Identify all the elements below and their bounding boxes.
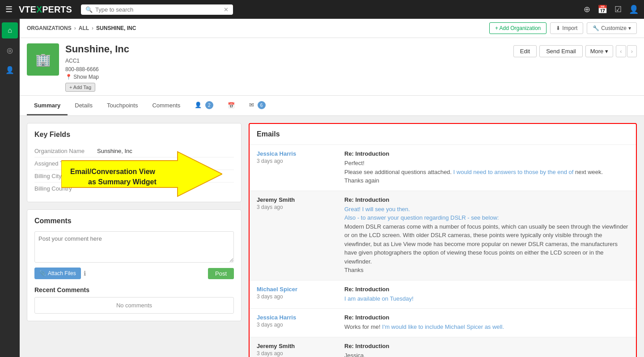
email-sender-col-1: Jessica Harris 3 days ago [257, 150, 337, 185]
main-content: ORGANIZATIONS › All › Sunshine, Inc + Ad… [20, 19, 644, 357]
email-preview-5: Jessica, My pleasure! How about Tuesday … [344, 351, 629, 357]
org-phone: 800-888-6666 [65, 65, 129, 74]
edit-button[interactable]: Edit [513, 45, 537, 57]
email-sender-2: Jeremy Smith [257, 196, 337, 203]
search-bar: 🔍 ✕ [81, 4, 233, 15]
search-input[interactable] [95, 6, 221, 13]
org-show-map[interactable]: 📍 Show Map [65, 74, 129, 80]
email-tab-icon: ✉ [249, 102, 254, 108]
email-sender-col-5: Jeremy Smith 3 days ago [257, 343, 337, 357]
paperclip-icon: 📎 [39, 270, 46, 276]
tab-details[interactable]: Details [68, 97, 100, 115]
breadcrumb-current: Sunshine, Inc [96, 25, 136, 31]
prev-arrow-button[interactable]: ‹ [616, 45, 626, 57]
more-button[interactable]: More ▾ [585, 45, 614, 57]
comments-textarea[interactable] [34, 231, 234, 263]
email-thread-2: Jeremy Smith 3 days ago Re: Introduction… [250, 191, 636, 280]
email-time-3: 3 days ago [257, 293, 337, 300]
annotation-arrow: Email/Conversation View as Summary Widge… [61, 149, 222, 199]
contacts-badge: 2 [205, 101, 213, 109]
email-thread-3-header: Michael Spicer 3 days ago Re: Introducti… [257, 286, 629, 303]
svg-text:Email/Conversation View: Email/Conversation View [70, 168, 156, 175]
email-sender-col-3: Michael Spicer 3 days ago [257, 286, 337, 303]
tab-calendar[interactable]: 📅 [220, 97, 242, 115]
email-badge: 6 [258, 101, 266, 109]
email-body-col-3: Re: Introduction I am available on Tuesd… [344, 286, 629, 303]
breadcrumb-level1[interactable]: All [79, 25, 89, 31]
emails-header: Emails [250, 124, 636, 145]
email-time-4: 3 days ago [257, 322, 337, 328]
nav-arrows: ‹ › [616, 45, 637, 57]
org-header-left: 🏢 Sunshine, Inc ACC1 800-888-6666 📍 Show… [27, 43, 129, 92]
calendar-tab-icon: 📅 [228, 102, 235, 109]
contacts-tab-icon: 👤 [195, 102, 202, 108]
email-preview-3: I am available on Tuesday! [344, 294, 629, 303]
email-preview-4: Works for me! I'm would like to include … [344, 323, 629, 332]
breadcrumb-sep1: › [74, 25, 76, 31]
email-thread-2-header: Jeremy Smith 3 days ago Re: Introduction… [257, 196, 629, 275]
content-area: Key Fields Email/Conversation View as Su… [20, 116, 644, 357]
menu-icon[interactable]: ☰ [5, 4, 13, 14]
key-fields-title: Key Fields [34, 131, 234, 139]
sidebar-home-icon[interactable]: ⌂ [2, 22, 18, 38]
email-body-col-5: Re: Introduction Jessica, My pleasure! H… [344, 343, 629, 357]
email-thread-1: Jessica Harris 3 days ago Re: Introducti… [250, 145, 636, 191]
email-subject-2: Re: Introduction [344, 196, 629, 203]
email-time-1: 3 days ago [257, 158, 337, 164]
email-time-2: 3 days ago [257, 204, 337, 210]
email-subject-1: Re: Introduction [344, 150, 629, 157]
calendar-icon[interactable]: 📅 [597, 4, 607, 14]
breadcrumb-bar: ORGANIZATIONS › All › Sunshine, Inc + Ad… [20, 19, 644, 38]
email-subject-5: Re: Introduction [344, 343, 629, 349]
email-thread-4: Jessica Harris 3 days ago Re: Introducti… [250, 309, 636, 337]
add-icon[interactable]: ⊕ [584, 4, 590, 14]
tab-touchpoints[interactable]: Touchpoints [100, 97, 145, 115]
sidebar-target-icon[interactable]: ◎ [2, 42, 18, 58]
org-acc: ACC1 [65, 57, 129, 65]
next-arrow-button[interactable]: › [627, 45, 637, 57]
email-sender-4[interactable]: Jessica Harris [257, 314, 337, 321]
tabs-bar: Summary Details Touchpoints Comments 👤 2… [20, 96, 644, 116]
org-logo: 🏢 [27, 43, 59, 76]
app-logo: VTEXPERTS [19, 4, 72, 15]
post-button[interactable]: Post [208, 268, 234, 279]
tab-email[interactable]: ✉ 6 [242, 96, 273, 116]
tab-contacts[interactable]: 👤 2 [187, 96, 220, 116]
top-nav: ☰ VTEXPERTS 🔍 ✕ ⊕ 📅 ☑ 👤 [0, 0, 644, 19]
breadcrumb-root[interactable]: ORGANIZATIONS [27, 25, 72, 31]
info-icon[interactable]: ℹ [84, 270, 86, 277]
comments-actions: 📎 Attach Files ℹ Post [34, 268, 234, 279]
user-icon[interactable]: 👤 [629, 4, 639, 14]
email-time-5: 3 days ago [257, 350, 337, 357]
search-icon: 🔍 [85, 6, 93, 13]
search-clear-icon[interactable]: ✕ [224, 6, 229, 13]
customize-button[interactable]: 🔧 Customize ▾ [587, 22, 637, 34]
sidebar-person-icon[interactable]: 👤 [2, 62, 18, 78]
recent-comments-section: Recent Comments No comments [34, 286, 234, 314]
tasks-icon[interactable]: ☑ [614, 4, 622, 14]
email-preview-1: Perfect! Please see additional questions… [344, 159, 629, 185]
org-info: Sunshine, Inc ACC1 800-888-6666 📍 Show M… [65, 43, 129, 92]
email-sender-1[interactable]: Jessica Harris [257, 150, 337, 157]
email-subject-3: Re: Introduction [344, 286, 629, 293]
customize-chevron-icon: ▾ [628, 25, 631, 31]
import-button[interactable]: ⬇ Import [550, 22, 583, 34]
key-fields-section: Key Fields Email/Conversation View as Su… [27, 123, 242, 202]
map-pin-icon: 📍 [65, 74, 72, 80]
import-icon: ⬇ [556, 25, 560, 31]
breadcrumb: ORGANIZATIONS › All › Sunshine, Inc [27, 25, 136, 31]
email-sender-3[interactable]: Michael Spicer [257, 286, 337, 293]
send-email-button[interactable]: Send Email [539, 45, 582, 57]
tab-summary[interactable]: Summary [27, 97, 68, 115]
email-thread-5-header: Jeremy Smith 3 days ago Re: Introduction… [257, 343, 629, 357]
org-header: 🏢 Sunshine, Inc ACC1 800-888-6666 📍 Show… [20, 38, 644, 96]
tab-comments[interactable]: Comments [145, 97, 187, 115]
add-organization-button[interactable]: + Add Organization [489, 22, 547, 34]
email-subject-4: Re: Introduction [344, 314, 629, 321]
email-sender-col-4: Jessica Harris 3 days ago [257, 314, 337, 332]
add-tag-button[interactable]: + Add Tag [65, 83, 95, 92]
emails-panel: Emails Jessica Harris 3 days ago Re: Int… [249, 123, 637, 357]
attach-files-button[interactable]: 📎 Attach Files [34, 268, 81, 279]
email-thread-5: Jeremy Smith 3 days ago Re: Introduction… [250, 337, 636, 357]
top-nav-actions: ⊕ 📅 ☑ 👤 [584, 4, 639, 14]
